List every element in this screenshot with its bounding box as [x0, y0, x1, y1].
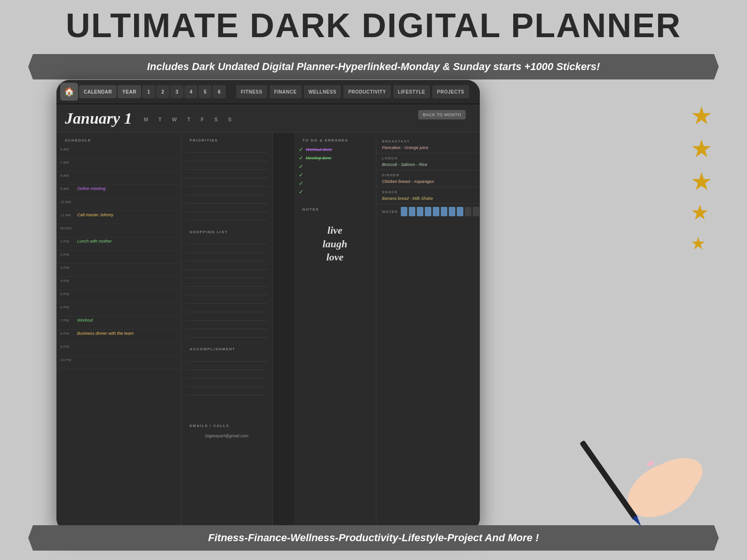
water-label: WATER [382, 210, 398, 214]
nav-lifestyle[interactable]: LIFESTYLE [393, 85, 430, 98]
dinner-content: Chicken breast - Asparagus [382, 179, 479, 184]
nav-projects[interactable]: PROJECTS [432, 85, 469, 98]
schedule-label: SCHEDULE [56, 136, 181, 144]
day-m: M [144, 117, 148, 122]
priorities-column: PRIORITIES SHOPPING LIST [181, 133, 273, 531]
todo-item-4: ✓ [294, 171, 376, 179]
spiral-binding [273, 133, 294, 531]
nav-5[interactable]: 5 [199, 85, 212, 98]
home-button[interactable]: 🏠 [60, 83, 78, 101]
time-row-8am: 8 AM [56, 172, 181, 185]
day-s1: S [214, 117, 217, 122]
todos-column: TO DO & ERRANDS ✓ Workout done ✓ Meeting… [294, 133, 376, 531]
todo-text-2: Meeting done [306, 156, 332, 160]
breakfast-content: Pancakes - Orange juice [382, 145, 479, 150]
todo-text-1: Workout done [306, 147, 332, 152]
check-icon-4: ✓ [299, 172, 303, 178]
time-row-6pm: 6 PM [56, 303, 181, 316]
nav-calendar[interactable]: CALENDAR [79, 85, 117, 98]
check-icon-1: ✓ [299, 146, 303, 153]
shopping-lines [181, 237, 272, 340]
time-row-7am: 7 AM [56, 158, 181, 172]
breakfast-section: BREAKFAST Pancakes - Orange juice [376, 136, 480, 153]
time-row-3pm: 3 PM [56, 264, 181, 277]
live-laugh-love-section: livelaughlove [294, 214, 376, 274]
nav-3[interactable]: 3 [170, 85, 183, 98]
water-unit-10 [473, 207, 479, 216]
snack-label: SNACK [382, 190, 479, 194]
water-unit-5 [433, 207, 439, 216]
nav-2[interactable]: 2 [156, 85, 169, 98]
time-row-noon: NOON [56, 224, 181, 237]
check-icon-6: ✓ [299, 189, 303, 195]
priorities-label: PRIORITIES [181, 136, 272, 144]
water-unit-2 [409, 207, 415, 216]
email-address: Digiwayart@gmail.com [181, 431, 272, 441]
water-unit-8 [457, 207, 463, 216]
lunch-label: LUNCH [382, 156, 479, 160]
todos-label: TO DO & ERRANDS [294, 136, 376, 144]
day-t2: T [187, 117, 191, 122]
time-row-5pm: 5 PM [56, 290, 181, 303]
schedule-column: SCHEDULE 6 AM 7 AM 8 AM 9 AM Online meet… [56, 133, 181, 531]
time-row-7pm: 7 PM Workout [56, 316, 181, 330]
star-5: ★ [691, 235, 719, 263]
time-row-1pm: 1 PM Lunch with mother [56, 237, 181, 251]
priority-lines [181, 145, 272, 223]
water-unit-6 [441, 207, 447, 216]
time-row-8pm: 8 PM Business dinner with the team [56, 330, 181, 343]
nav-fitness[interactable]: FITNESS [236, 85, 267, 98]
meals-column: BREAKFAST Pancakes - Orange juice LUNCH … [376, 133, 480, 531]
time-row-9pm: 9 PM [56, 343, 181, 356]
main-title: ULTIMATE DARK DIGITAL PLANNER [0, 8, 747, 42]
nav-year[interactable]: YEAR [118, 85, 141, 98]
tablet-frame: 🏠 CALENDAR YEAR 1 2 3 4 5 6 FITNESS FINA… [56, 80, 480, 531]
nav-wellness[interactable]: WELLNESS [304, 85, 342, 98]
check-icon-2: ✓ [299, 155, 303, 161]
lunch-content: Broccoli - Salmon - Rice [382, 162, 479, 167]
todo-item-1: ✓ Workout done [294, 145, 376, 154]
nav-finance[interactable]: FINANCE [270, 85, 302, 98]
subtitle-banner: Includes Dark Undated Digital Planner-Hy… [28, 54, 719, 79]
time-row-10am: 10 AM [56, 198, 181, 211]
top-nav: 🏠 CALENDAR YEAR 1 2 3 4 5 6 FITNESS FINA… [56, 80, 480, 103]
water-tracker [401, 207, 479, 216]
bottom-banner-text: Fitness-Finance-Wellness-Productivity-Li… [208, 532, 539, 544]
star-4: ★ [691, 202, 719, 230]
star-2: ★ [691, 136, 719, 165]
todo-item-6: ✓ [294, 188, 376, 196]
notes-label: NOTES [294, 205, 376, 213]
shopping-label: SHOPPING LIST [181, 228, 272, 236]
todo-item-5: ✓ [294, 179, 376, 188]
back-to-month-button[interactable]: BACK TO MONTH [418, 110, 466, 119]
nav-4[interactable]: 4 [184, 85, 198, 98]
star-3: ★ [691, 169, 719, 197]
nav-productivity[interactable]: PRODUCTIVITY [343, 85, 390, 98]
check-icon-3: ✓ [299, 163, 303, 170]
day-w: W [172, 117, 177, 122]
water-unit-7 [449, 207, 455, 216]
breakfast-label: BREAKFAST [382, 139, 479, 143]
dinner-section: DINNER Chicken breast - Asparagus [376, 170, 480, 187]
accomplishment-lines [181, 354, 272, 398]
time-row-4pm: 4 PM [56, 277, 181, 290]
time-row-6am: 6 AM [56, 145, 181, 158]
nav-6[interactable]: 6 [213, 85, 226, 98]
stars-container: ★ ★ ★ ★ ★ [691, 103, 719, 263]
todo-item-2: ✓ Meeting done [294, 154, 376, 162]
day-f: F [201, 117, 204, 122]
time-row-10pm: 10 PM [56, 356, 181, 369]
month-header: January 1 M T W T F S S BACK TO MONTH [56, 104, 480, 133]
time-row-9am: 9 AM Online meeting [56, 185, 181, 198]
check-icon-5: ✓ [299, 180, 303, 187]
time-row-11am: 11 AM Call master Johnny [56, 211, 181, 224]
subtitle-text: Includes Dark Undated Digital Planner-Hy… [147, 61, 600, 72]
day-s2: S [228, 117, 231, 122]
nav-1[interactable]: 1 [142, 85, 155, 98]
live-laugh-text: livelaughlove [299, 224, 371, 264]
water-unit-3 [417, 207, 423, 216]
emails-label: EMAILS / CALLS [181, 422, 272, 430]
day-t1: T [159, 117, 162, 122]
snack-section: SNACK Banana bread - Milk Shake [376, 187, 480, 204]
time-row-2pm: 2 PM [56, 251, 181, 264]
